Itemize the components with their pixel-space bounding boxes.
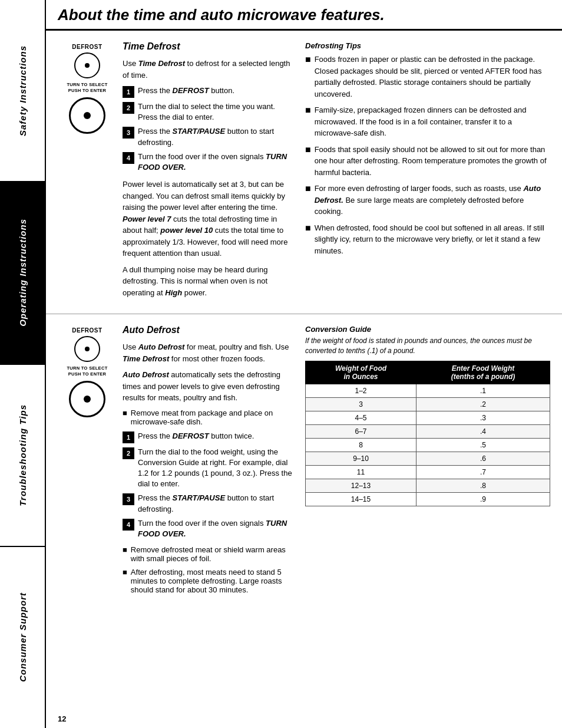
- conv-table-header-ounces: Weight of Foodin Ounces: [306, 361, 416, 384]
- conv-cell-3-1: .4: [416, 424, 550, 438]
- sidebar-tab-troubleshooting[interactable]: Troubleshooting Tips: [0, 365, 45, 547]
- step-num-1: 1: [123, 86, 134, 98]
- tip-2: ■ Family-size, prepackaged frozen dinner…: [305, 104, 550, 139]
- auto-defrost-steps: 1 Press the DEFROST button twice. 2 Turn…: [123, 431, 293, 540]
- tip-bullet-4: ■: [305, 183, 311, 194]
- time-defrost-dial-large: [69, 97, 105, 134]
- conv-cell-1-0: 3: [306, 397, 416, 411]
- conv-cell-2-0: 4–5: [306, 411, 416, 424]
- auto-defrost-intro2: Auto Defrost automatically sets the defr…: [123, 369, 293, 404]
- defrosting-tips-heading: Defrosting Tips: [305, 41, 550, 50]
- conv-cell-1-1: .2: [416, 397, 550, 411]
- step-num-2: 2: [123, 102, 134, 114]
- conv-cell-4-1: .5: [416, 438, 550, 452]
- conv-table-row-6: 11.7: [306, 465, 550, 479]
- conv-table-row-2: 4–5.3: [306, 411, 550, 424]
- auto-step-num-3: 3: [123, 493, 134, 505]
- auto-defrost-right-col: Conversion Guide If the weight of food i…: [305, 325, 550, 599]
- conv-table-row-5: 9–10.6: [306, 452, 550, 465]
- auto-defrost-bullet1: ■ Remove meat from package and place on …: [123, 409, 293, 426]
- step-text-2: Turn the dial to select the time you wan…: [138, 101, 293, 123]
- auto-defrost-bullet1-text: Remove meat from package and place on mi…: [131, 409, 293, 426]
- auto-step-text-2: Turn the dial to the food weight, using …: [138, 447, 293, 490]
- conv-table-row-1: 3.2: [306, 397, 550, 411]
- auto-defrost-bullet2: ■ Remove defrosted meat or shield warm a…: [123, 545, 293, 563]
- conv-table-row-7: 12–13.8: [306, 479, 550, 492]
- step-num-3: 3: [123, 127, 134, 139]
- auto-defrost-step-2: 2 Turn the dial to the food weight, usin…: [123, 447, 293, 490]
- conv-table-row-3: 6–7.4: [306, 424, 550, 438]
- step-text-3: Press the START/PAUSE button to start de…: [138, 126, 293, 147]
- auto-defrost-dial-small-center: [85, 347, 90, 351]
- conv-table-row-0: 1–2.1: [306, 384, 550, 397]
- tip-text-2: Family-size, prepackaged frozen dinners …: [315, 104, 550, 139]
- conv-table-row-8: 14–15.9: [306, 492, 550, 506]
- page-title-bar: About the time and auto microwave featur…: [46, 0, 562, 31]
- time-defrost-dial-label: DEFROST: [72, 44, 102, 50]
- tip-text-1: Foods frozen in paper or plastic can be …: [315, 54, 550, 100]
- time-defrost-step-1: 1 Press the DEFROST button.: [123, 85, 293, 98]
- sidebar-tab-operating[interactable]: Operating Instructions: [0, 182, 45, 364]
- auto-step-text-1: Press the DEFROST button twice.: [138, 431, 254, 442]
- time-defrost-dial-small: [74, 52, 100, 78]
- sidebar-tab-troubleshooting-label: Troubleshooting Tips: [18, 404, 28, 506]
- tip-1: ■ Foods frozen in paper or plastic can b…: [305, 54, 550, 100]
- auto-defrost-step-3: 3 Press the START/PAUSE button to start …: [123, 493, 293, 514]
- auto-defrost-bullet3-text: After defrosting, most meats need to sta…: [131, 568, 293, 594]
- conv-table-header-tenths: Enter Food Weight(tenths of a pound): [416, 361, 550, 384]
- time-defrost-steps: 1 Press the DEFROST button. 2 Turn the d…: [123, 85, 293, 173]
- time-defrost-dial-col: DEFROST Turn to SelectPush to Enter: [58, 41, 117, 303]
- auto-defrost-step-4: 4 Turn the food over if the oven signals…: [123, 518, 293, 539]
- time-defrost-step-4: 4 Turn the food over if the oven signals…: [123, 151, 293, 173]
- time-defrost-step-3: 3 Press the START/PAUSE button to start …: [123, 126, 293, 147]
- time-defrost-dial-small-center: [85, 63, 90, 68]
- sidebar-tab-consumer-label: Consumer Support: [18, 592, 28, 682]
- tip-5: ■ When defrosted, food should be cool bu…: [305, 222, 550, 257]
- auto-defrost-bullet2-text: Remove defrosted meat or shield warm are…: [131, 545, 293, 563]
- conv-cell-8-1: .9: [416, 492, 550, 506]
- auto-defrost-dial-large-center: [84, 396, 91, 403]
- conversion-intro: If the weight of food is stated in pound…: [305, 336, 550, 356]
- auto-defrost-step-1: 1 Press the DEFROST button twice.: [123, 431, 293, 443]
- auto-defrost-dial-sublabel: Turn to SelectPush to Enter: [67, 365, 107, 377]
- tip-text-3: Foods that spoil easily should not be al…: [315, 144, 550, 179]
- auto-defrost-intro1: Use Auto Defrost for meat, poultry and f…: [123, 341, 293, 364]
- auto-defrost-bullet1-icon: ■: [123, 409, 127, 417]
- sidebar-tab-safety-label: Safety Instructions: [18, 45, 28, 136]
- tip-bullet-5: ■: [305, 222, 311, 233]
- auto-step-num-2: 2: [123, 447, 134, 459]
- time-defrost-section: DEFROST Turn to SelectPush to Enter Time…: [46, 31, 562, 314]
- defrosting-tips-list: ■ Foods frozen in paper or plastic can b…: [305, 54, 550, 256]
- page-footer: 12: [46, 710, 562, 728]
- conv-table-row-4: 8.5: [306, 438, 550, 452]
- auto-defrost-bullet3: ■ After defrosting, most meats need to s…: [123, 568, 293, 594]
- auto-defrost-dial-large: [69, 381, 105, 417]
- time-defrost-body1: Power level is automatically set at 3, b…: [123, 179, 293, 259]
- sidebar: Safety Instructions Operating Instructio…: [0, 0, 46, 728]
- auto-defrost-section: DEFROST Turn to SelectPush to Enter Auto…: [46, 314, 562, 610]
- auto-defrost-dial-label: DEFROST: [72, 327, 102, 334]
- time-defrost-tips-col: Defrosting Tips ■ Foods frozen in paper …: [305, 41, 550, 303]
- conversion-guide-label: Conversion Guide: [305, 325, 550, 334]
- auto-step-num-4: 4: [123, 519, 134, 531]
- conv-cell-2-1: .3: [416, 411, 550, 424]
- sidebar-tab-operating-label: Operating Instructions: [18, 219, 28, 327]
- time-defrost-dial-large-center: [84, 112, 91, 119]
- conv-cell-5-0: 9–10: [306, 452, 416, 465]
- conv-cell-0-1: .1: [416, 384, 550, 397]
- auto-defrost-dial-small: [74, 336, 100, 362]
- conversion-table: Weight of Foodin Ounces Enter Food Weigh…: [305, 361, 550, 506]
- time-defrost-body2: A dull thumping noise may be heard durin…: [123, 264, 293, 299]
- sidebar-tab-consumer[interactable]: Consumer Support: [0, 547, 45, 728]
- time-defrost-heading: Time Defrost: [123, 41, 293, 52]
- conv-cell-0-0: 1–2: [306, 384, 416, 397]
- tip-bullet-1: ■: [305, 54, 311, 65]
- page-title: About the time and auto microwave featur…: [58, 6, 385, 24]
- auto-step-text-3: Press the START/PAUSE button to start de…: [138, 493, 293, 514]
- sidebar-tab-safety[interactable]: Safety Instructions: [0, 0, 45, 182]
- conv-cell-7-1: .8: [416, 479, 550, 492]
- conv-cell-7-0: 12–13: [306, 479, 416, 492]
- conv-cell-3-0: 6–7: [306, 424, 416, 438]
- time-defrost-step-2: 2 Turn the dial to select the time you w…: [123, 101, 293, 123]
- tip-3: ■ Foods that spoil easily should not be …: [305, 144, 550, 179]
